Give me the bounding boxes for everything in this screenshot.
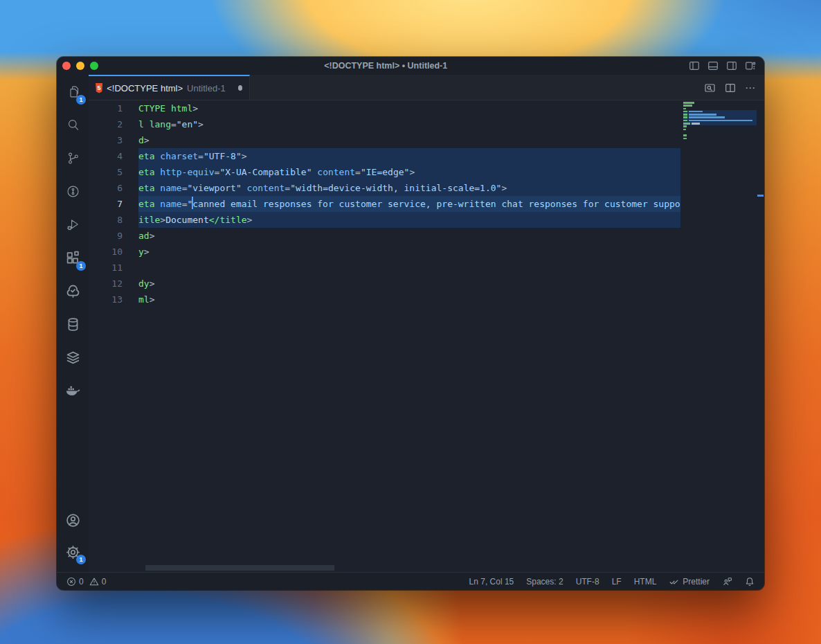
overview-cursor-marker — [757, 195, 764, 197]
code-lines: CTYPE html>l lang="en">d>eta charset="UT… — [138, 100, 680, 307]
minimap-line — [683, 111, 757, 113]
line-number[interactable]: 3 — [89, 132, 138, 148]
code-line[interactable]: itle>Document</title> — [138, 212, 680, 228]
minimize-button[interactable] — [76, 62, 84, 70]
gutter: 12345678910111213 — [89, 100, 138, 307]
activity-bar: 11 1 — [57, 75, 89, 572]
line-number[interactable]: 6 — [89, 180, 138, 196]
horizontal-scrollbar[interactable] — [145, 565, 334, 571]
activity-bar-item-testing[interactable] — [57, 274, 89, 307]
minimap-line — [683, 125, 757, 127]
source-control-icon — [66, 151, 80, 166]
html5-icon: 5 — [96, 83, 102, 93]
minimap-line — [683, 132, 757, 134]
minimap-line — [683, 102, 757, 104]
minimap-line — [683, 138, 757, 140]
line-number[interactable]: 12 — [89, 276, 138, 292]
line-number[interactable]: 13 — [89, 292, 138, 307]
line-number[interactable]: 1 — [89, 100, 138, 116]
overview-ruler[interactable] — [757, 100, 764, 572]
toggle-panel-icon[interactable] — [707, 60, 719, 71]
line-number[interactable]: 4 — [89, 148, 138, 164]
minimap-line — [683, 108, 757, 110]
activity-bar-item-explorer[interactable]: 1 — [57, 75, 89, 108]
code-line[interactable]: y> — [138, 244, 680, 260]
docker-icon — [65, 384, 80, 398]
language-mode-status[interactable]: HTML — [634, 577, 657, 587]
error-icon — [66, 577, 76, 587]
commit-graph-icon — [66, 184, 80, 199]
minimap-line — [683, 123, 757, 125]
tab-bar: 5 <!DOCTYPE html> Untitled-1 ⋯ — [89, 75, 764, 100]
run-debug-icon — [66, 217, 80, 232]
line-number[interactable]: 2 — [89, 116, 138, 132]
code-line[interactable]: ad> — [138, 228, 680, 244]
minimap-line — [683, 114, 757, 116]
editor-actions: ⋯ — [704, 75, 756, 100]
code-editor[interactable]: 12345678910111213 CTYPE html>l lang="en"… — [89, 100, 764, 572]
activity-bar-item-commit-graph[interactable] — [57, 175, 89, 208]
feedback-icon[interactable] — [722, 577, 732, 587]
code-line[interactable]: CTYPE html> — [138, 100, 680, 116]
notifications-bell-icon[interactable] — [745, 577, 755, 587]
code-line[interactable]: dy> — [138, 276, 680, 292]
indentation-status[interactable]: Spaces: 2 — [526, 577, 563, 587]
activity-bar-item-run-and-debug[interactable] — [57, 208, 89, 241]
line-number[interactable]: 7 — [89, 196, 138, 212]
split-editor-icon[interactable] — [725, 82, 736, 93]
activity-bar-item-search[interactable] — [57, 108, 89, 141]
zoom-button[interactable] — [90, 62, 98, 70]
code-line[interactable]: ml> — [138, 292, 680, 307]
code-line[interactable]: l lang="en"> — [138, 116, 680, 132]
line-number[interactable]: 11 — [89, 260, 138, 276]
problems-status[interactable]: 0 0 — [66, 577, 106, 587]
activity-bar-item-docker[interactable] — [57, 374, 89, 407]
line-number[interactable]: 8 — [89, 212, 138, 228]
toggle-secondary-sidebar-icon[interactable] — [726, 60, 737, 71]
code-line[interactable] — [138, 260, 680, 276]
code-line[interactable]: eta http-equiv="X-UA-Compatible" content… — [138, 164, 680, 180]
activity-bar-item-settings[interactable]: 1 — [57, 536, 89, 568]
titlebar-layout-controls — [689, 57, 756, 75]
minimap-line — [683, 120, 757, 122]
more-actions-icon[interactable]: ⋯ — [745, 84, 756, 91]
activity-bar-item-source-control[interactable] — [57, 141, 89, 175]
code-line[interactable]: eta charset="UTF-8"> — [138, 148, 680, 164]
tab-label: <!DOCTYPE html> — [107, 83, 183, 93]
close-button[interactable] — [62, 62, 71, 70]
account-icon — [66, 513, 80, 528]
cursor-position-status[interactable]: Ln 7, Col 15 — [469, 577, 514, 587]
minimap-line — [683, 116, 757, 118]
formatter-status[interactable]: Prettier — [669, 577, 710, 587]
activity-bar-item-accounts[interactable] — [57, 504, 89, 536]
tab-untitled-1[interactable]: 5 <!DOCTYPE html> Untitled-1 — [89, 75, 250, 100]
error-count: 0 — [79, 577, 84, 587]
badge: 1 — [76, 95, 86, 105]
layers-icon — [66, 350, 80, 365]
activity-bar-item-layers[interactable] — [57, 341, 89, 374]
code-line[interactable]: d> — [138, 132, 680, 148]
tab-description: Untitled-1 — [187, 83, 226, 93]
minimap-line — [683, 129, 757, 131]
open-preview-icon[interactable] — [704, 82, 716, 93]
activity-bar-item-database[interactable] — [57, 307, 89, 341]
badge: 1 — [76, 261, 86, 271]
customize-layout-icon[interactable] — [745, 60, 756, 71]
line-number[interactable]: 10 — [89, 244, 138, 260]
code-line[interactable]: eta name="viewport" content="width=devic… — [138, 180, 680, 196]
window-title: <!DOCTYPE html> • Untitled-1 — [324, 61, 447, 71]
traffic-lights — [57, 62, 98, 70]
toggle-primary-sidebar-icon[interactable] — [689, 60, 700, 71]
encoding-status[interactable]: UTF-8 — [576, 577, 599, 587]
minimap[interactable] — [683, 102, 757, 141]
badge: 1 — [76, 555, 86, 564]
activity-bar-item-extensions[interactable]: 1 — [57, 241, 89, 274]
line-number[interactable]: 9 — [89, 228, 138, 244]
titlebar: <!DOCTYPE html> • Untitled-1 — [57, 57, 764, 75]
eol-status[interactable]: LF — [612, 577, 622, 587]
line-number[interactable]: 5 — [89, 164, 138, 180]
modified-indicator-dot[interactable] — [238, 85, 242, 91]
warning-count: 0 — [102, 577, 107, 587]
minimap-line — [683, 105, 757, 107]
code-line[interactable]: eta name="canned email responses for cus… — [138, 196, 680, 212]
